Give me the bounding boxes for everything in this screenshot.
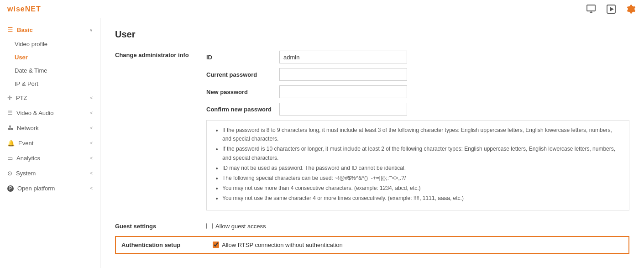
sidebar-item-ip-port[interactable]: IP & Port xyxy=(0,77,100,90)
bell-icon: 🔔 xyxy=(7,140,15,147)
sidebar-item-ptz[interactable]: ✛ PTZ < xyxy=(0,90,100,105)
chart-icon: ▭ xyxy=(7,155,13,162)
chevron-right-icon-op: < xyxy=(90,186,93,191)
change-admin-section: Change administrator info ID Current pas… xyxy=(115,51,629,210)
sidebar: ☰ Basic ∨ Video profile User Date & Time… xyxy=(0,18,100,268)
film-icon: ☰ xyxy=(7,110,13,116)
current-password-input[interactable] xyxy=(279,68,407,81)
rule-3: ID may not be used as password. The pass… xyxy=(222,164,622,173)
auth-setup-content: Allow RTSP connection without authentica… xyxy=(213,242,343,248)
platform-icon: P xyxy=(7,185,14,192)
password-rules: If the password is 8 to 9 characters lon… xyxy=(206,120,629,210)
admin-form-fields: ID Current password New password Confirm… xyxy=(206,51,629,210)
logo-net: NET xyxy=(25,5,41,13)
ptz-icon: ✛ xyxy=(7,95,12,101)
logo-wise: wise xyxy=(7,5,25,13)
auth-setup-label: Authentication setup xyxy=(121,242,213,248)
new-password-row: New password xyxy=(206,85,629,98)
main-layout: ☰ Basic ∨ Video profile User Date & Time… xyxy=(0,18,644,268)
sidebar-item-user[interactable]: User xyxy=(0,51,100,64)
rule-1: If the password is 8 to 9 characters lon… xyxy=(222,126,622,143)
guest-access-label: Allow guest access xyxy=(215,223,266,230)
sidebar-item-network[interactable]: 🖧 Network < xyxy=(0,121,100,136)
chevron-right-icon-sys: < xyxy=(90,171,93,176)
new-password-input[interactable] xyxy=(279,85,407,98)
network-icon: 🖧 xyxy=(7,125,13,131)
auth-setup-row: Authentication setup Allow RTSP connecti… xyxy=(115,236,629,254)
chevron-down-icon: ∨ xyxy=(89,27,93,32)
sidebar-item-event[interactable]: 🔔 Event < xyxy=(0,136,100,151)
guest-settings-content: Allow guest access xyxy=(206,223,266,230)
id-field-row: ID xyxy=(206,51,629,63)
sidebar-item-basic[interactable]: ☰ Basic ∨ xyxy=(0,22,100,37)
header: wiseNET xyxy=(0,0,644,18)
sidebar-label-ptz: PTZ xyxy=(16,95,27,101)
guest-settings-row: Guest settings Allow guest access xyxy=(115,218,629,234)
id-input[interactable] xyxy=(279,51,407,63)
guest-access-checkbox[interactable] xyxy=(206,223,213,229)
sidebar-label-analytics: Analytics xyxy=(16,155,40,162)
confirm-password-input[interactable] xyxy=(279,103,407,116)
sidebar-label-basic: Basic xyxy=(17,26,33,33)
new-password-label: New password xyxy=(206,89,279,95)
id-label: ID xyxy=(206,54,279,61)
confirm-password-label: Confirm new password xyxy=(206,106,279,113)
chevron-right-icon-net: < xyxy=(90,126,93,131)
sidebar-item-analytics[interactable]: ▭ Analytics < xyxy=(0,151,100,166)
rtsp-checkbox[interactable] xyxy=(213,242,219,248)
guest-settings-label: Guest settings xyxy=(115,223,206,230)
rule-4: The following special characters can be … xyxy=(222,174,622,183)
play-icon[interactable] xyxy=(606,4,617,15)
change-admin-label: Change administrator info xyxy=(115,51,206,210)
page-title: User xyxy=(115,29,629,40)
sidebar-item-video-audio[interactable]: ☰ Video & Audio < xyxy=(0,105,100,121)
chevron-right-icon-va: < xyxy=(90,110,93,116)
header-icons xyxy=(586,4,637,15)
current-password-label: Current password xyxy=(206,71,279,78)
menu-icon: ☰ xyxy=(7,26,13,33)
rule-2: If the password is 10 characters or long… xyxy=(222,145,622,162)
svg-rect-0 xyxy=(587,5,595,11)
settings-icon[interactable] xyxy=(626,4,637,15)
sidebar-item-system[interactable]: ⊙ System < xyxy=(0,166,100,181)
rtsp-label: Allow RTSP connection without authentica… xyxy=(222,242,343,248)
sidebar-item-open-platform[interactable]: P Open platform < xyxy=(0,181,100,196)
sidebar-label-open-platform: Open platform xyxy=(17,185,55,192)
chevron-right-icon-an: < xyxy=(90,156,93,161)
system-icon: ⊙ xyxy=(7,170,12,177)
monitor-icon[interactable] xyxy=(586,4,597,15)
chevron-right-icon-ev: < xyxy=(90,141,93,146)
sidebar-label-video-audio: Video & Audio xyxy=(16,110,53,116)
chevron-right-icon: < xyxy=(90,95,93,100)
rule-5: You may not use more than 4 consecutive … xyxy=(222,184,622,193)
sidebar-item-date-time[interactable]: Date & Time xyxy=(0,64,100,77)
sidebar-label-network: Network xyxy=(17,125,39,131)
sidebar-label-event: Event xyxy=(18,140,33,147)
svg-marker-4 xyxy=(610,7,614,11)
sidebar-label-system: System xyxy=(16,170,36,177)
sidebar-item-video-profile[interactable]: Video profile xyxy=(0,37,100,51)
content-area: User Change administrator info ID Curren… xyxy=(100,18,644,268)
rules-list: If the password is 8 to 9 characters lon… xyxy=(214,126,622,203)
logo: wiseNET xyxy=(7,5,41,13)
confirm-password-row: Confirm new password xyxy=(206,103,629,116)
current-password-row: Current password xyxy=(206,68,629,81)
rule-6: You may not use the same character 4 or … xyxy=(222,194,622,203)
